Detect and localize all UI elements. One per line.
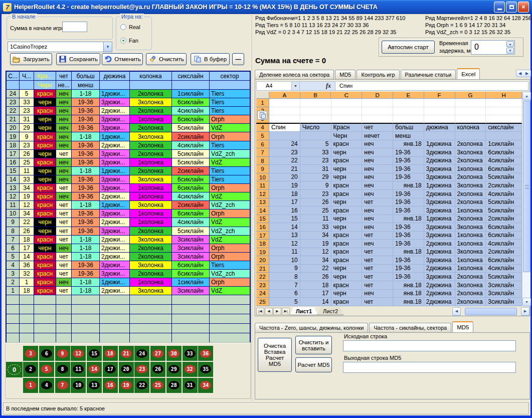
excel-cell[interactable]: 2дюжина bbox=[424, 157, 455, 165]
roulette-cell-12[interactable]: 12 bbox=[71, 346, 86, 361]
roulette-cell-5[interactable]: 5 bbox=[39, 362, 54, 377]
excel-cell[interactable]: красн bbox=[331, 298, 363, 306]
excel-cell[interactable]: 3колонка bbox=[455, 148, 486, 157]
excel-cell[interactable] bbox=[300, 107, 331, 116]
excel-cell[interactable]: 19-36 bbox=[393, 190, 424, 198]
toolbar-button-clear[interactable]: Очистить bbox=[146, 53, 187, 65]
excel-cell[interactable]: 6сиклайн bbox=[486, 223, 522, 232]
excel-cell[interactable]: 3сиклайн bbox=[486, 298, 522, 306]
excel-cell[interactable]: 2дюжина bbox=[424, 265, 455, 273]
roulette-cell-7[interactable]: 7 bbox=[55, 378, 70, 393]
excel-cell[interactable]: колонка bbox=[455, 124, 486, 132]
excel-cell[interactable]: 15 bbox=[269, 215, 300, 224]
close-button[interactable]: × bbox=[518, 2, 529, 13]
roulette-cell-29[interactable]: 29 bbox=[166, 362, 182, 377]
excel-cell[interactable]: черн bbox=[331, 215, 363, 224]
excel-cell[interactable] bbox=[486, 132, 522, 140]
excel-cell[interactable]: красн bbox=[331, 206, 363, 215]
tab-scroll-left-icon[interactable]: ◀ bbox=[518, 71, 521, 76]
excel-row-header[interactable]: 11 bbox=[256, 181, 269, 190]
excel-column-header[interactable]: E bbox=[393, 92, 424, 99]
excel-row-header[interactable]: 12 bbox=[256, 190, 269, 198]
excel-cell[interactable]: 19-36 bbox=[393, 232, 424, 240]
excel-cell[interactable]: 1дюжина bbox=[424, 181, 455, 190]
excel-cell[interactable]: 21 bbox=[269, 165, 300, 173]
scrollbar-thumb[interactable] bbox=[523, 101, 530, 272]
excel-cell[interactable]: 19-36 bbox=[393, 273, 424, 281]
excel-cell[interactable]: неч bbox=[362, 215, 393, 224]
excel-corner-cell[interactable] bbox=[256, 92, 269, 99]
excel-cell[interactable]: 2колонка bbox=[455, 190, 486, 198]
toolbar-button-minus[interactable]: — bbox=[232, 53, 244, 65]
excel-column-header[interactable]: C bbox=[331, 92, 362, 99]
sheet-tab-лист2[interactable]: Лист2 bbox=[317, 307, 343, 315]
excel-cell[interactable]: черн bbox=[331, 148, 363, 157]
excel-cell[interactable]: 19-36 bbox=[393, 148, 424, 157]
excel-cell[interactable]: 5сиклайн bbox=[486, 273, 522, 281]
excel-cell[interactable]: 3сиклайн bbox=[486, 281, 522, 290]
excel-cell[interactable]: 4сиклайн bbox=[486, 190, 522, 198]
roulette-cell-32[interactable]: 32 bbox=[183, 362, 198, 377]
delay-spinner[interactable]: 0 ▲ ▼ bbox=[471, 40, 515, 55]
excel-row-header[interactable]: 10 bbox=[256, 173, 269, 182]
excel-cell[interactable]: 29 bbox=[300, 173, 331, 182]
excel-cell[interactable]: 6сиклайн bbox=[486, 165, 522, 173]
excel-cell[interactable]: красн bbox=[331, 240, 363, 248]
excel-cell[interactable]: неч bbox=[362, 157, 393, 165]
excel-cell[interactable]: 3дюжина bbox=[424, 256, 455, 265]
excel-cell[interactable]: 6сиклайн bbox=[486, 256, 522, 265]
roulette-cell-2[interactable]: 2 bbox=[23, 362, 38, 377]
roulette-cell-19[interactable]: 19 bbox=[119, 378, 134, 393]
excel-cell[interactable]: сикслайн bbox=[486, 124, 522, 132]
excel-cell[interactable]: 12 bbox=[300, 248, 331, 257]
excel-cell[interactable]: неч bbox=[362, 148, 393, 157]
excel-cell[interactable]: чет bbox=[362, 248, 393, 257]
excel-row-header[interactable]: 20 bbox=[256, 256, 269, 265]
excel-cell[interactable] bbox=[331, 107, 363, 116]
excel-cell[interactable]: 2колонка bbox=[455, 273, 486, 281]
excel-cell[interactable]: красн bbox=[331, 248, 363, 257]
excel-cell[interactable]: 2сиклайн bbox=[486, 215, 522, 224]
toolbar-button-save[interactable]: Сохранить bbox=[56, 53, 100, 65]
roulette-cell-35[interactable]: 35 bbox=[198, 362, 213, 377]
excel-cell[interactable]: 2дюжина bbox=[424, 281, 455, 290]
excel-cell[interactable]: 18 bbox=[269, 190, 300, 198]
excel-cell[interactable] bbox=[424, 107, 455, 116]
excel-cell[interactable]: красн bbox=[331, 190, 363, 198]
excel-cell[interactable]: 4сиклайн bbox=[486, 157, 522, 165]
roulette-cell-27[interactable]: 27 bbox=[150, 346, 165, 361]
excel-column-header[interactable]: D bbox=[362, 92, 393, 99]
excel-cell[interactable]: 7 bbox=[269, 281, 300, 290]
excel-cell[interactable] bbox=[486, 107, 522, 116]
excel-cell[interactable] bbox=[486, 99, 522, 107]
excel-cell[interactable]: 23 bbox=[300, 190, 331, 198]
excel-cell[interactable]: 3дюжина bbox=[424, 206, 455, 215]
excel-cell[interactable]: 1колонка bbox=[455, 206, 486, 215]
excel-cell[interactable]: 5сиклайн bbox=[486, 173, 522, 182]
excel-cell[interactable]: 11 bbox=[269, 248, 300, 257]
excel-cell[interactable]: 16 bbox=[269, 206, 300, 215]
excel-cell[interactable]: 25 bbox=[300, 206, 331, 215]
autospin-start-button[interactable]: Автоспин старт bbox=[382, 41, 435, 54]
excel-cell[interactable]: 1колонка bbox=[455, 265, 486, 273]
excel-cell[interactable] bbox=[486, 115, 522, 124]
excel-cell[interactable]: неч bbox=[362, 165, 393, 173]
excel-cell[interactable]: 23 bbox=[269, 148, 300, 157]
sheet-tab-лист1[interactable]: Лист1 bbox=[290, 307, 317, 315]
excel-cell[interactable] bbox=[269, 107, 300, 116]
excel-cell[interactable]: 31 bbox=[300, 165, 331, 173]
excel-cell[interactable] bbox=[331, 99, 363, 107]
excel-cell[interactable]: 34 bbox=[300, 232, 331, 240]
excel-row-header[interactable]: 13 bbox=[256, 198, 269, 207]
roulette-cell-28[interactable]: 28 bbox=[166, 378, 182, 393]
roulette-cell-8[interactable]: 8 bbox=[55, 362, 70, 377]
tab-различные-статьи[interactable]: Различные статьи bbox=[401, 70, 456, 80]
tab-частота-сиклайны-сектора[interactable]: Частота - сиклайны, сектора bbox=[369, 323, 451, 333]
excel-cell[interactable]: янв.18 bbox=[393, 140, 424, 149]
output-string-input[interactable] bbox=[343, 362, 516, 373]
excel-cell[interactable] bbox=[424, 115, 455, 124]
excel-cell[interactable] bbox=[300, 132, 331, 140]
excel-cell[interactable] bbox=[300, 115, 331, 124]
excel-cell[interactable]: 33 bbox=[300, 148, 331, 157]
excel-cell[interactable] bbox=[362, 107, 393, 116]
